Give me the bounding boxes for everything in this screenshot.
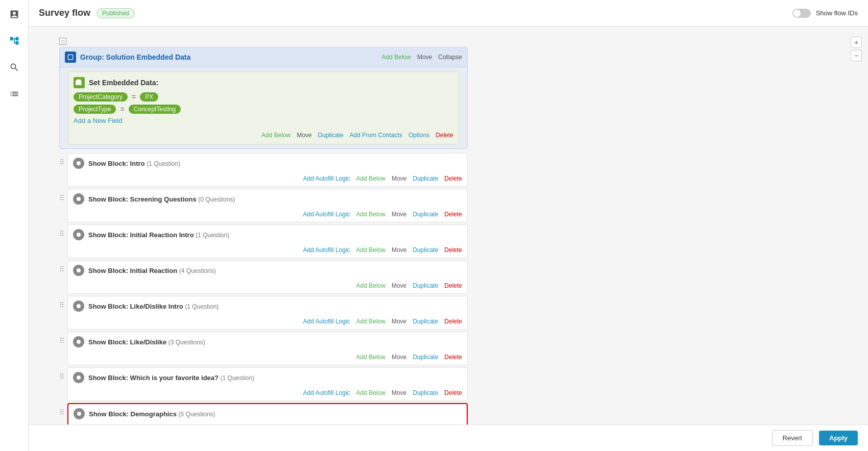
embedded-duplicate[interactable]: Duplicate [318,132,344,139]
block-actions-6: Add Autofill LogicAdd BelowMoveDuplicate… [68,387,467,400]
drag-handle-2[interactable]: ⠿ [59,230,64,238]
block-icon-4 [73,300,84,312]
block-actions-0: Add Autofill LogicAdd BelowMoveDuplicate… [68,173,467,186]
show-block-6: Show Block: Which is your favorite idea?… [67,367,468,401]
drag-handle-0[interactable]: ⠿ [59,158,64,166]
flow-container: □ Group: Solution Embedded Data Add Belo… [59,37,468,424]
block-add-below-3[interactable]: Add Below [356,282,385,289]
block-row-1: ⠿Show Block: Screening Questions (0 Ques… [59,189,468,222]
show-block-header-4: Show Block: Like/Dislike Intro (1 Questi… [68,296,467,316]
add-field-link[interactable]: Add a New Field [74,117,453,124]
group-title: Group: Solution Embedded Data [80,53,382,61]
group-header: Group: Solution Embedded Data Add Below … [60,47,467,67]
drag-handle-1[interactable]: ⠿ [59,194,64,202]
block-autofill-4[interactable]: Add Autofill Logic [303,318,350,325]
block-add-below-2[interactable]: Add Below [356,246,385,254]
block-icon-3 [73,265,84,276]
collapse-toggle[interactable]: □ [59,38,66,45]
block-delete-2[interactable]: Delete [444,246,462,254]
drag-handle-5[interactable]: ⠿ [59,337,64,345]
drag-handle-7[interactable]: ⠿ [59,408,64,416]
zoom-in-button[interactable]: + [851,37,862,48]
block-icon-1 [73,193,84,205]
show-block-3: Show Block: Initial Reaction (4 Question… [67,260,468,294]
block-add-below-4[interactable]: Add Below [356,318,385,325]
block-move-0[interactable]: Move [392,175,406,182]
bottom-bar: Revert Apply [29,424,868,451]
block-move-2[interactable]: Move [392,246,406,254]
show-block-7: Show Block: Demographics (5 Questions)Ad… [67,403,468,424]
block-move-6[interactable]: Move [392,389,406,396]
field-key-2: ProjectType [74,105,116,114]
block-delete-4[interactable]: Delete [444,318,462,325]
block-delete-3[interactable]: Delete [444,282,462,289]
show-block-header-3: Show Block: Initial Reaction (4 Question… [68,261,467,280]
embedded-add-below[interactable]: Add Below [261,132,291,139]
header: Survey flow Published Show flow IDs [29,0,868,27]
show-flow-ids-toggle[interactable] [792,9,811,18]
block-title-3: Show Block: Initial Reaction (4 Question… [88,267,216,274]
block-move-4[interactable]: Move [392,318,406,325]
show-block-header-5: Show Block: Like/Dislike (3 Questions) [68,332,467,352]
zoom-out-button[interactable]: − [851,50,862,61]
drag-handle-4[interactable]: ⠿ [59,301,64,309]
drag-handle-3[interactable]: ⠿ [59,265,64,273]
group-add-below[interactable]: Add Below [382,54,411,61]
block-delete-1[interactable]: Delete [444,211,462,218]
blocks-container: ⠿Show Block: Intro (1 Question)Add Autof… [59,153,468,424]
block-row-3: ⠿Show Block: Initial Reaction (4 Questio… [59,260,468,294]
revert-button[interactable]: Revert [772,430,813,446]
embedded-delete[interactable]: Delete [436,132,453,139]
block-add-below-6[interactable]: Add Below [356,389,385,396]
block-duplicate-1[interactable]: Duplicate [413,211,438,218]
block-actions-3: Add BelowMoveDuplicateDelete [68,280,467,293]
embedded-data-block: Set Embedded Data: ProjectCategory = PX … [68,71,459,144]
block-autofill-2[interactable]: Add Autofill Logic [303,246,350,254]
block-move-1[interactable]: Move [392,211,406,218]
block-duplicate-6[interactable]: Duplicate [413,389,438,396]
show-block-2: Show Block: Initial Reaction Intro (1 Qu… [67,224,468,258]
block-duplicate-3[interactable]: Duplicate [413,282,438,289]
field-row-2: ProjectType = ConceptTesting [74,105,453,114]
sidebar-icon-survey[interactable] [6,6,22,22]
block-duplicate-0[interactable]: Duplicate [413,175,438,182]
block-add-below-1[interactable]: Add Below [356,211,385,218]
block-delete-0[interactable]: Delete [444,175,462,182]
sidebar-icon-data[interactable] [6,86,22,102]
block-delete-5[interactable]: Delete [444,354,462,361]
block-icon-2 [73,229,84,240]
block-autofill-0[interactable]: Add Autofill Logic [303,175,350,182]
block-autofill-6[interactable]: Add Autofill Logic [303,389,350,396]
svg-point-5 [77,340,81,344]
block-move-5[interactable]: Move [392,354,406,361]
embedded-move[interactable]: Move [297,132,311,139]
sidebar-icon-flow[interactable] [6,33,22,49]
group-collapse[interactable]: Collapse [438,54,462,61]
block-title-2: Show Block: Initial Reaction Intro (1 Qu… [88,231,229,239]
block-autofill-1[interactable]: Add Autofill Logic [303,211,350,218]
group-move[interactable]: Move [417,54,432,61]
drag-handle-6[interactable]: ⠿ [59,372,64,381]
block-duplicate-2[interactable]: Duplicate [413,246,438,254]
block-duplicate-5[interactable]: Duplicate [413,354,438,361]
svg-point-1 [77,197,81,201]
show-block-header-0: Show Block: Intro (1 Question) [68,154,467,173]
embedded-add-from-contacts[interactable]: Add From Contacts [350,132,402,139]
embedded-options[interactable]: Options [408,132,429,139]
block-duplicate-4[interactable]: Duplicate [413,318,438,325]
block-icon-6 [73,372,84,383]
main-content: Survey flow Published Show flow IDs + − … [29,0,868,451]
block-actions-2: Add Autofill LogicAdd BelowMoveDuplicate… [68,244,467,258]
block-add-below-5[interactable]: Add Below [356,354,385,361]
block-move-3[interactable]: Move [392,282,406,289]
show-block-header-7: Show Block: Demographics (5 Questions) [68,404,467,423]
canvas: + − □ Group: Solution Embedded Data Add … [29,27,868,424]
block-delete-6[interactable]: Delete [444,389,462,396]
block-actions-4: Add Autofill LogicAdd BelowMoveDuplicate… [68,316,467,329]
field-key-1: ProjectCategory [74,92,128,102]
block-add-below-0[interactable]: Add Below [356,175,385,182]
sidebar-icon-tools[interactable] [6,59,22,76]
field-value-1: PX [140,92,158,102]
page-title: Survey flow [39,8,90,18]
apply-button[interactable]: Apply [819,431,858,445]
